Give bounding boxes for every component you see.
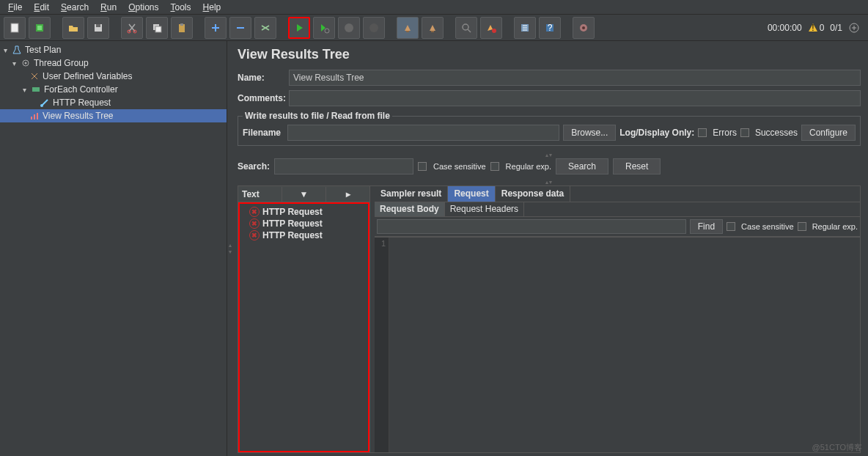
toggle-icon[interactable]: [254, 17, 276, 39]
search-tree-icon[interactable]: [455, 17, 477, 39]
menu-run[interactable]: Run: [95, 1, 122, 13]
results-right-panel: Sampler result Request Response data Req…: [375, 186, 860, 452]
new-icon[interactable]: [4, 17, 26, 39]
menu-help[interactable]: Help: [197, 1, 227, 13]
svg-rect-2: [37, 26, 42, 30]
splitter[interactable]: [227, 41, 233, 456]
tab-request[interactable]: Request: [448, 186, 495, 202]
find-button[interactable]: Find: [690, 219, 723, 234]
tab-sampler-result[interactable]: Sampler result: [375, 186, 448, 202]
tree-http-request[interactable]: HTTP Request: [0, 96, 227, 109]
line-gutter: 1: [375, 238, 389, 452]
svg-rect-0: [11, 23, 18, 32]
dropdown-arrow-icon[interactable]: ▼: [282, 187, 326, 202]
browse-button[interactable]: Browse...: [563, 125, 616, 141]
function-helper-icon[interactable]: [514, 17, 536, 39]
tree-foreach-controller[interactable]: ▾ ForEach Controller: [0, 83, 227, 96]
reset-search-icon[interactable]: [480, 17, 502, 39]
collapse-icon[interactable]: [229, 17, 251, 39]
filename-label: Filename: [243, 128, 281, 138]
menu-bar: File Edit Search Run Options Tools Help: [0, 0, 868, 15]
tab-response-data[interactable]: Response data: [496, 186, 570, 202]
svg-point-11: [325, 29, 329, 33]
tree-expand-icon[interactable]: ▸: [326, 187, 369, 202]
renderer-combo[interactable]: Text ▼ ▸: [238, 186, 369, 202]
svg-rect-4: [96, 24, 100, 27]
tree-test-plan[interactable]: ▾ Test Plan: [0, 43, 227, 56]
svg-rect-15: [431, 31, 434, 32]
stop-icon[interactable]: [338, 17, 360, 39]
grip-icon[interactable]: ▴▾: [238, 152, 861, 158]
tree-thread-group[interactable]: ▾ Thread Group: [0, 56, 227, 70]
shutdown-icon[interactable]: [363, 17, 385, 39]
cut-icon[interactable]: [121, 17, 143, 39]
clear-icon[interactable]: [397, 17, 419, 39]
results-list[interactable]: ✖HTTP Request ✖HTTP Request ✖HTTP Reques…: [238, 202, 369, 452]
search-label: Search:: [238, 161, 270, 172]
start-no-timers-icon[interactable]: [313, 17, 335, 39]
result-item[interactable]: ✖HTTP Request: [242, 218, 366, 229]
error-icon: ✖: [249, 230, 260, 240]
svg-point-12: [345, 23, 353, 32]
main-area: ▾ Test Plan ▾ Thread Group User Defined …: [0, 41, 868, 456]
paste-icon[interactable]: [171, 17, 193, 39]
svg-point-28: [40, 104, 43, 107]
test-plan-tree[interactable]: ▾ Test Plan ▾ Thread Group User Defined …: [0, 41, 227, 456]
menu-edit[interactable]: Edit: [28, 1, 55, 13]
templates-icon[interactable]: [29, 17, 51, 39]
logdisplay-label: Log/Display Only:: [619, 128, 694, 138]
menu-tools[interactable]: Tools: [165, 1, 197, 13]
gear-icon: [20, 57, 32, 69]
menu-search[interactable]: Search: [55, 1, 95, 13]
threads-indicator: 0/1: [830, 23, 842, 33]
controller-icon: [30, 84, 42, 95]
warning-indicator[interactable]: !0: [808, 23, 825, 33]
open-icon[interactable]: [62, 17, 84, 39]
tree-view-results-tree[interactable]: View Results Tree: [0, 109, 227, 122]
panel-title: View Results Tree: [238, 47, 861, 62]
reset-button[interactable]: Reset: [613, 158, 661, 174]
tree-user-defined-vars[interactable]: User Defined Variables: [0, 70, 227, 83]
save-icon[interactable]: [87, 17, 109, 39]
name-label: Name:: [238, 73, 289, 83]
grip2-icon[interactable]: ▴▾: [238, 179, 861, 185]
expand-icon[interactable]: [205, 17, 227, 39]
results-area: Text ▼ ▸ ✖HTTP Request ✖HTTP Request ✖HT…: [238, 185, 861, 453]
find-cs-checkbox[interactable]: [727, 222, 735, 231]
fieldset-legend: Write results to file / Read from file: [243, 111, 392, 121]
search-input[interactable]: [274, 158, 413, 174]
results-left-panel: Text ▼ ▸ ✖HTTP Request ✖HTTP Request ✖HT…: [238, 186, 370, 452]
configure-button[interactable]: Configure: [801, 125, 856, 141]
comments-label: Comments:: [238, 93, 289, 103]
sampler-icon: [39, 97, 51, 109]
expand-toggle-icon[interactable]: [848, 22, 860, 34]
file-fieldset: Write results to file / Read from file F…: [238, 111, 861, 146]
subtab-request-body[interactable]: Request Body: [375, 202, 445, 216]
comments-input[interactable]: [289, 90, 861, 106]
svg-point-16: [463, 24, 468, 30]
name-input[interactable]: [289, 70, 861, 86]
clear-all-icon[interactable]: [422, 17, 444, 39]
editor-body[interactable]: [389, 238, 860, 452]
menu-file[interactable]: File: [2, 1, 28, 13]
find-re-checkbox[interactable]: [798, 222, 806, 231]
editor[interactable]: 1: [375, 237, 860, 452]
filename-input[interactable]: [287, 125, 559, 141]
find-input[interactable]: [377, 219, 686, 234]
result-item[interactable]: ✖HTTP Request: [242, 206, 366, 218]
start-icon[interactable]: [288, 17, 310, 39]
errors-checkbox[interactable]: [698, 128, 707, 137]
result-item[interactable]: ✖HTTP Request: [242, 229, 366, 241]
beaker-icon: [11, 44, 23, 56]
copy-icon[interactable]: [146, 17, 168, 39]
search-cs-checkbox[interactable]: [418, 162, 427, 171]
watermark: @51CTO博客: [812, 442, 862, 453]
menu-options[interactable]: Options: [122, 1, 164, 13]
successes-checkbox[interactable]: [740, 128, 749, 137]
search-re-checkbox[interactable]: [490, 162, 499, 171]
help-icon[interactable]: ?: [539, 17, 561, 39]
what-icon[interactable]: [573, 17, 595, 39]
subtab-request-headers[interactable]: Request Headers: [445, 202, 524, 216]
error-icon: ✖: [249, 207, 260, 217]
search-button[interactable]: Search: [556, 158, 608, 174]
